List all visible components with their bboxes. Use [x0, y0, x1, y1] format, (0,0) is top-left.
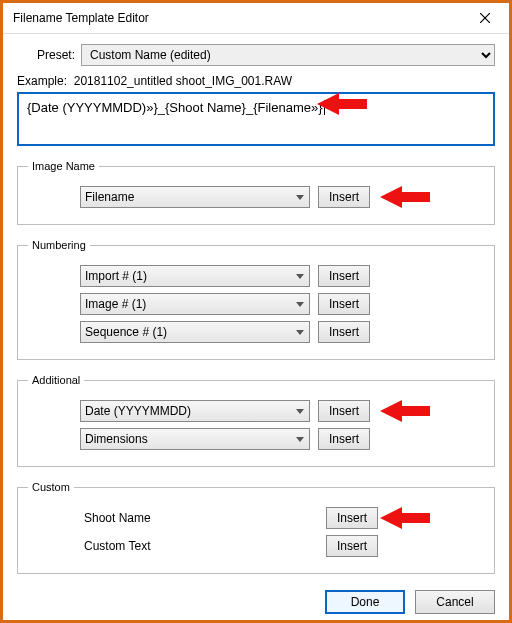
- group-legend: Custom: [28, 481, 74, 493]
- group-custom: Custom Shoot Name Insert Custom Text Ins…: [17, 481, 495, 574]
- dialog-footer: Done Cancel: [17, 590, 495, 614]
- svg-marker-3: [380, 186, 430, 208]
- annotation-arrow: [380, 504, 430, 532]
- custom-row: Custom Text Insert: [28, 535, 484, 557]
- annotation-arrow: [380, 397, 430, 425]
- numbering-select-3[interactable]: Sequence # (1): [80, 321, 310, 343]
- example-line: Example: 20181102_untitled shoot_IMG_001…: [17, 74, 495, 88]
- numbering-row: Image # (1) Insert: [28, 293, 484, 315]
- additional-select-1[interactable]: Date (YYYYMMDD): [80, 400, 310, 422]
- insert-button[interactable]: Insert: [326, 535, 378, 557]
- numbering-select-1[interactable]: Import # (1): [80, 265, 310, 287]
- svg-marker-5: [380, 507, 430, 529]
- image-name-row: Filename Insert: [28, 186, 484, 208]
- additional-row: Dimensions Insert: [28, 428, 484, 450]
- window-title: Filename Template Editor: [13, 11, 149, 25]
- insert-button[interactable]: Insert: [318, 293, 370, 315]
- numbering-row: Sequence # (1) Insert: [28, 321, 484, 343]
- additional-row: Date (YYYYMMDD) Insert: [28, 400, 484, 422]
- preset-row: Preset: Custom Name (edited): [17, 44, 495, 66]
- insert-button[interactable]: Insert: [318, 321, 370, 343]
- custom-row: Shoot Name Insert: [28, 507, 484, 529]
- content-area: Preset: Custom Name (edited) Example: 20…: [3, 34, 509, 623]
- custom-label-custom-text: Custom Text: [80, 537, 318, 555]
- additional-select-2[interactable]: Dimensions: [80, 428, 310, 450]
- dialog-window: Filename Template Editor Preset: Custom …: [0, 0, 512, 623]
- insert-button[interactable]: Insert: [318, 400, 370, 422]
- close-button[interactable]: [465, 4, 505, 32]
- svg-marker-4: [380, 400, 430, 422]
- done-button[interactable]: Done: [325, 590, 405, 614]
- numbering-row: Import # (1) Insert: [28, 265, 484, 287]
- template-text: {Date (YYYYMMDD)»}_{Shoot Name}_{Filenam…: [27, 100, 325, 115]
- group-legend: Numbering: [28, 239, 90, 251]
- custom-label-shoot-name: Shoot Name: [80, 509, 318, 527]
- group-image-name: Image Name Filename Insert: [17, 160, 495, 225]
- cancel-button[interactable]: Cancel: [415, 590, 495, 614]
- insert-button[interactable]: Insert: [318, 186, 370, 208]
- example-label: Example:: [17, 74, 67, 88]
- group-numbering: Numbering Import # (1) Insert Image # (1…: [17, 239, 495, 360]
- preset-select[interactable]: Custom Name (edited): [81, 44, 495, 66]
- group-legend: Image Name: [28, 160, 99, 172]
- group-additional: Additional Date (YYYYMMDD) Insert Dimens…: [17, 374, 495, 467]
- close-icon: [480, 13, 490, 23]
- group-legend: Additional: [28, 374, 84, 386]
- titlebar: Filename Template Editor: [3, 3, 509, 34]
- image-name-select[interactable]: Filename: [80, 186, 310, 208]
- example-value: 20181102_untitled shoot_IMG_001.RAW: [74, 74, 292, 88]
- numbering-select-2[interactable]: Image # (1): [80, 293, 310, 315]
- insert-button[interactable]: Insert: [318, 265, 370, 287]
- template-input[interactable]: {Date (YYYYMMDD)»}_{Shoot Name}_{Filenam…: [17, 92, 495, 146]
- preset-label: Preset:: [17, 48, 81, 62]
- insert-button[interactable]: Insert: [326, 507, 378, 529]
- insert-button[interactable]: Insert: [318, 428, 370, 450]
- annotation-arrow: [380, 183, 430, 211]
